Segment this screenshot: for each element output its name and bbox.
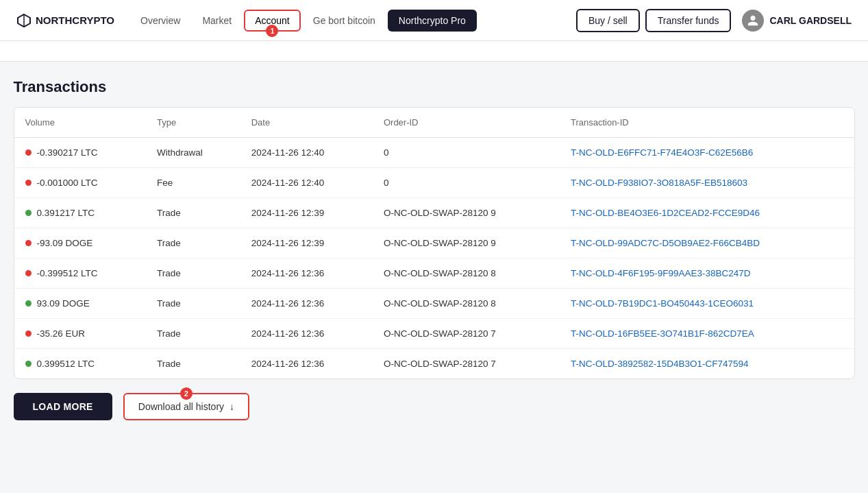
- cell-date: 2024-11-26 12:36: [240, 349, 373, 379]
- table-body: -0.390217 LTC Withdrawal 2024-11-26 12:4…: [14, 138, 854, 379]
- cell-date: 2024-11-26 12:40: [240, 138, 373, 168]
- table-row: -0.001000 LTC Fee 2024-11-26 12:40 0 T-N…: [14, 168, 854, 198]
- cell-type: Trade: [146, 228, 240, 258]
- cell-type: Trade: [146, 258, 240, 289]
- logo-icon: [16, 13, 32, 28]
- download-history-button[interactable]: 2 Download all history ↓: [123, 393, 249, 420]
- volume-dot: [25, 270, 32, 276]
- table-header: Volume Type Date Order-ID Transaction-ID: [14, 108, 854, 138]
- transactions-table-container: Volume Type Date Order-ID Transaction-ID…: [14, 107, 855, 379]
- cell-tx-id[interactable]: T-NC-OLD-99ADC7C-D5OB9AE2-F66CB4BD: [560, 228, 854, 258]
- cell-date: 2024-11-26 12:36: [240, 319, 373, 349]
- cell-type: Fee: [146, 168, 240, 198]
- cell-tx-id[interactable]: T-NC-OLD-F938IO7-3O818A5F-EB518603: [560, 168, 854, 198]
- nav-account[interactable]: Account 1: [244, 10, 301, 32]
- tx-link[interactable]: T-NC-OLD-99ADC7C-D5OB9AE2-F66CB4BD: [571, 238, 760, 248]
- cell-volume: -0.390217 LTC: [14, 138, 146, 168]
- table-row: -93.09 DOGE Trade 2024-11-26 12:39 O-NC-…: [14, 228, 854, 258]
- section-title: Transactions: [14, 78, 855, 96]
- cell-date: 2024-11-26 12:36: [240, 258, 373, 289]
- user-menu[interactable]: CARL GARDSELL: [742, 10, 852, 32]
- col-order-id: Order-ID: [373, 108, 560, 138]
- cell-order-id: O-NC-OLD-SWAP-28120 7: [373, 319, 560, 349]
- download-label: Download all history: [138, 401, 224, 412]
- cell-type: Trade: [146, 289, 240, 319]
- download-icon: ↓: [230, 401, 234, 412]
- tx-link[interactable]: T-NC-OLD-4F6F195-9F99AAE3-38BC247D: [571, 268, 751, 278]
- cell-type: Withdrawal: [146, 138, 240, 168]
- tx-link[interactable]: T-NC-OLD-F938IO7-3O818A5F-EB518603: [571, 178, 747, 188]
- cell-order-id: O-NC-OLD-SWAP-28120 9: [373, 198, 560, 228]
- tx-link[interactable]: T-NC-OLD-3892582-15D4B3O1-CF747594: [571, 359, 749, 369]
- main-content: Transactions Volume Type Date Order-ID T…: [3, 62, 866, 437]
- table-row: 0.391217 LTC Trade 2024-11-26 12:39 O-NC…: [14, 198, 854, 228]
- load-more-button[interactable]: LOAD MORE: [14, 393, 112, 420]
- header: NORTHCRYPTO Overview Market Account 1 Ge…: [0, 0, 868, 41]
- volume-dot: [25, 330, 32, 337]
- buy-sell-button[interactable]: Buy / sell: [576, 9, 640, 32]
- tx-link[interactable]: T-NC-OLD-BE4O3E6-1D2CEAD2-FCCE9D46: [571, 208, 760, 218]
- download-badge: 2: [180, 387, 193, 400]
- transfer-funds-button[interactable]: Transfer funds: [645, 9, 732, 32]
- cell-tx-id[interactable]: T-NC-OLD-E6FFC71-F74E4O3F-C62E56B6: [560, 138, 854, 168]
- cell-volume: 93.09 DOGE: [14, 289, 146, 319]
- account-badge: 1: [266, 25, 278, 37]
- volume-dot: [25, 210, 32, 216]
- cell-tx-id[interactable]: T-NC-OLD-7B19DC1-BO450443-1CEO6031: [560, 289, 854, 319]
- cell-date: 2024-11-26 12:39: [240, 198, 373, 228]
- cell-tx-id[interactable]: T-NC-OLD-4F6F195-9F99AAE3-38BC247D: [560, 258, 854, 289]
- cell-order-id: O-NC-OLD-SWAP-28120 8: [373, 289, 560, 319]
- cell-volume: -35.26 EUR: [14, 319, 146, 349]
- col-tx-id: Transaction-ID: [560, 108, 854, 138]
- table-row: -0.399512 LTC Trade 2024-11-26 12:36 O-N…: [14, 258, 854, 289]
- tx-link[interactable]: T-NC-OLD-16FB5EE-3O741B1F-862CD7EA: [571, 328, 754, 339]
- volume-dot: [25, 361, 32, 367]
- cell-date: 2024-11-26 12:40: [240, 168, 373, 198]
- header-right: Buy / sell Transfer funds CARL GARDSELL: [576, 9, 852, 32]
- footer-actions: LOAD MORE 2 Download all history ↓: [14, 393, 855, 420]
- nav-links: Overview Market Account 1 Ge bort bitcoi…: [131, 10, 571, 32]
- table-row: -35.26 EUR Trade 2024-11-26 12:36 O-NC-O…: [14, 319, 854, 349]
- cell-tx-id[interactable]: T-NC-OLD-3892582-15D4B3O1-CF747594: [560, 349, 854, 379]
- table-row: 93.09 DOGE Trade 2024-11-26 12:36 O-NC-O…: [14, 289, 854, 319]
- logo-text: NORTHCRYPTO: [36, 14, 114, 26]
- cell-volume: 0.391217 LTC: [14, 198, 146, 228]
- transactions-table: Volume Type Date Order-ID Transaction-ID…: [14, 108, 854, 378]
- nav-ge-bort[interactable]: Ge bort bitcoin: [303, 10, 385, 32]
- tx-link[interactable]: T-NC-OLD-7B19DC1-BO450443-1CEO6031: [571, 298, 754, 309]
- cell-volume: 0.399512 LTC: [14, 349, 146, 379]
- user-name: CARL GARDSELL: [769, 15, 852, 26]
- cell-type: Trade: [146, 349, 240, 379]
- volume-dot: [25, 149, 32, 156]
- cell-order-id: O-NC-OLD-SWAP-28120 7: [373, 349, 560, 379]
- logo[interactable]: NORTHCRYPTO: [16, 13, 114, 28]
- person-icon: [747, 14, 759, 27]
- table-row: -0.390217 LTC Withdrawal 2024-11-26 12:4…: [14, 138, 854, 168]
- cell-type: Trade: [146, 319, 240, 349]
- northcrypto-pro-button[interactable]: Northcrypto Pro: [388, 10, 477, 32]
- nav-overview[interactable]: Overview: [131, 10, 190, 32]
- top-bar: [0, 41, 868, 62]
- volume-dot: [25, 300, 32, 306]
- cell-volume: -0.399512 LTC: [14, 258, 146, 289]
- cell-date: 2024-11-26 12:39: [240, 228, 373, 258]
- cell-order-id: O-NC-OLD-SWAP-28120 8: [373, 258, 560, 289]
- cell-date: 2024-11-26 12:36: [240, 289, 373, 319]
- cell-volume: -93.09 DOGE: [14, 228, 146, 258]
- cell-volume: -0.001000 LTC: [14, 168, 146, 198]
- cell-tx-id[interactable]: T-NC-OLD-16FB5EE-3O741B1F-862CD7EA: [560, 319, 854, 349]
- col-volume: Volume: [14, 108, 146, 138]
- user-avatar: [742, 10, 764, 32]
- cell-order-id: 0: [373, 168, 560, 198]
- table-row: 0.399512 LTC Trade 2024-11-26 12:36 O-NC…: [14, 349, 854, 379]
- nav-market[interactable]: Market: [193, 10, 241, 32]
- tx-link[interactable]: T-NC-OLD-E6FFC71-F74E4O3F-C62E56B6: [571, 147, 753, 158]
- cell-order-id: 0: [373, 138, 560, 168]
- volume-dot: [25, 240, 32, 246]
- volume-dot: [25, 180, 32, 186]
- cell-type: Trade: [146, 198, 240, 228]
- cell-tx-id[interactable]: T-NC-OLD-BE4O3E6-1D2CEAD2-FCCE9D46: [560, 198, 854, 228]
- col-date: Date: [240, 108, 373, 138]
- cell-order-id: O-NC-OLD-SWAP-28120 9: [373, 228, 560, 258]
- col-type: Type: [146, 108, 240, 138]
